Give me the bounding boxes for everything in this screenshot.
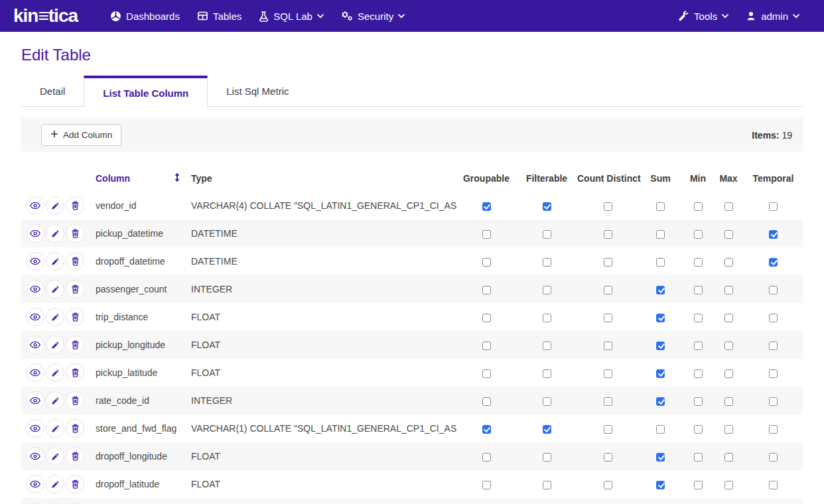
delete-button[interactable]: [66, 252, 84, 271]
view-button[interactable]: [26, 391, 44, 410]
delete-button[interactable]: [66, 280, 84, 298]
sum-checkbox[interactable]: [656, 453, 665, 462]
filterable-checkbox[interactable]: [543, 230, 551, 239]
edit-button[interactable]: [46, 308, 64, 326]
sum-checkbox[interactable]: [656, 202, 665, 211]
count-distinct-checkbox[interactable]: [604, 202, 612, 211]
tab-detail[interactable]: Detail: [21, 76, 84, 107]
filterable-checkbox[interactable]: [543, 453, 551, 462]
nav-item-admin[interactable]: admin: [737, 0, 808, 32]
max-checkbox[interactable]: [724, 258, 733, 267]
min-checkbox[interactable]: [694, 286, 703, 294]
sum-checkbox[interactable]: [656, 286, 665, 294]
groupable-checkbox[interactable]: [482, 230, 491, 239]
view-button[interactable]: [26, 252, 44, 271]
count-distinct-checkbox[interactable]: [604, 453, 612, 462]
min-checkbox[interactable]: [694, 369, 703, 378]
max-checkbox[interactable]: [724, 342, 733, 350]
delete-button[interactable]: [66, 224, 84, 243]
max-checkbox[interactable]: [724, 369, 733, 378]
temporal-checkbox[interactable]: [769, 202, 778, 211]
column-sort-header[interactable]: Column: [96, 165, 191, 192]
min-checkbox[interactable]: [694, 425, 703, 434]
delete-button[interactable]: [66, 475, 84, 493]
groupable-checkbox[interactable]: [482, 202, 491, 211]
delete-button[interactable]: [66, 308, 84, 326]
groupable-checkbox[interactable]: [482, 397, 491, 406]
filterable-checkbox[interactable]: [543, 369, 551, 378]
sum-checkbox[interactable]: [656, 314, 665, 322]
edit-button[interactable]: [46, 280, 64, 298]
groupable-checkbox[interactable]: [482, 286, 491, 294]
temporal-checkbox[interactable]: [769, 397, 778, 406]
nav-item-tables[interactable]: Tables: [188, 0, 250, 32]
sum-checkbox[interactable]: [656, 481, 665, 489]
edit-button[interactable]: [46, 475, 64, 493]
groupable-checkbox[interactable]: [482, 481, 491, 489]
min-checkbox[interactable]: [694, 258, 703, 267]
groupable-checkbox[interactable]: [482, 258, 491, 267]
groupable-checkbox[interactable]: [482, 369, 491, 378]
count-distinct-checkbox[interactable]: [604, 230, 612, 239]
count-distinct-checkbox[interactable]: [604, 425, 612, 434]
delete-button[interactable]: [66, 447, 84, 466]
view-button[interactable]: [26, 363, 44, 382]
count-distinct-checkbox[interactable]: [604, 481, 612, 489]
count-distinct-checkbox[interactable]: [604, 342, 612, 350]
temporal-checkbox[interactable]: [769, 342, 778, 350]
max-checkbox[interactable]: [724, 453, 733, 462]
view-button[interactable]: [26, 224, 44, 243]
groupable-checkbox[interactable]: [482, 314, 491, 322]
temporal-checkbox[interactable]: [769, 425, 778, 434]
edit-button[interactable]: [46, 224, 64, 243]
groupable-checkbox[interactable]: [482, 453, 491, 462]
add-column-button[interactable]: Add Column: [41, 124, 121, 146]
max-checkbox[interactable]: [724, 314, 733, 322]
sum-checkbox[interactable]: [656, 425, 665, 434]
sum-checkbox[interactable]: [656, 369, 665, 378]
max-checkbox[interactable]: [724, 202, 733, 211]
filterable-checkbox[interactable]: [543, 258, 551, 267]
temporal-checkbox[interactable]: [769, 453, 778, 462]
min-checkbox[interactable]: [694, 342, 703, 350]
view-button[interactable]: [26, 196, 44, 215]
count-distinct-checkbox[interactable]: [604, 397, 612, 406]
min-checkbox[interactable]: [694, 314, 703, 322]
filterable-checkbox[interactable]: [543, 425, 551, 434]
temporal-checkbox[interactable]: [769, 369, 778, 378]
nav-item-dashboards[interactable]: Dashboards: [102, 0, 188, 32]
min-checkbox[interactable]: [694, 453, 703, 462]
min-checkbox[interactable]: [694, 230, 703, 239]
temporal-checkbox[interactable]: [769, 314, 778, 322]
tab-list-sql-metric[interactable]: List Sql Metric: [208, 76, 307, 107]
filterable-checkbox[interactable]: [543, 397, 551, 406]
count-distinct-checkbox[interactable]: [604, 314, 612, 322]
delete-button[interactable]: [66, 419, 84, 438]
sum-checkbox[interactable]: [656, 342, 665, 350]
delete-button[interactable]: [66, 196, 84, 215]
view-button[interactable]: [26, 419, 44, 438]
nav-item-sql-lab[interactable]: SQL Lab: [250, 0, 332, 32]
temporal-checkbox[interactable]: [769, 481, 778, 489]
temporal-checkbox[interactable]: [769, 286, 778, 294]
edit-button[interactable]: [46, 363, 64, 382]
nav-item-tools[interactable]: Tools: [670, 0, 737, 32]
max-checkbox[interactable]: [724, 481, 733, 489]
delete-button[interactable]: [66, 363, 84, 382]
min-checkbox[interactable]: [694, 481, 703, 489]
groupable-checkbox[interactable]: [482, 342, 491, 350]
filterable-checkbox[interactable]: [543, 286, 551, 294]
edit-button[interactable]: [46, 196, 64, 215]
sum-checkbox[interactable]: [656, 258, 665, 267]
edit-button[interactable]: [46, 336, 64, 354]
max-checkbox[interactable]: [724, 397, 733, 406]
sum-checkbox[interactable]: [656, 397, 665, 406]
tab-list-table-column[interactable]: List Table Column: [84, 76, 208, 107]
edit-button[interactable]: [46, 419, 64, 438]
edit-button[interactable]: [46, 391, 64, 410]
sum-checkbox[interactable]: [656, 230, 665, 239]
delete-button[interactable]: [66, 336, 84, 354]
delete-button[interactable]: [66, 391, 84, 410]
max-checkbox[interactable]: [724, 425, 733, 434]
filterable-checkbox[interactable]: [543, 481, 551, 489]
